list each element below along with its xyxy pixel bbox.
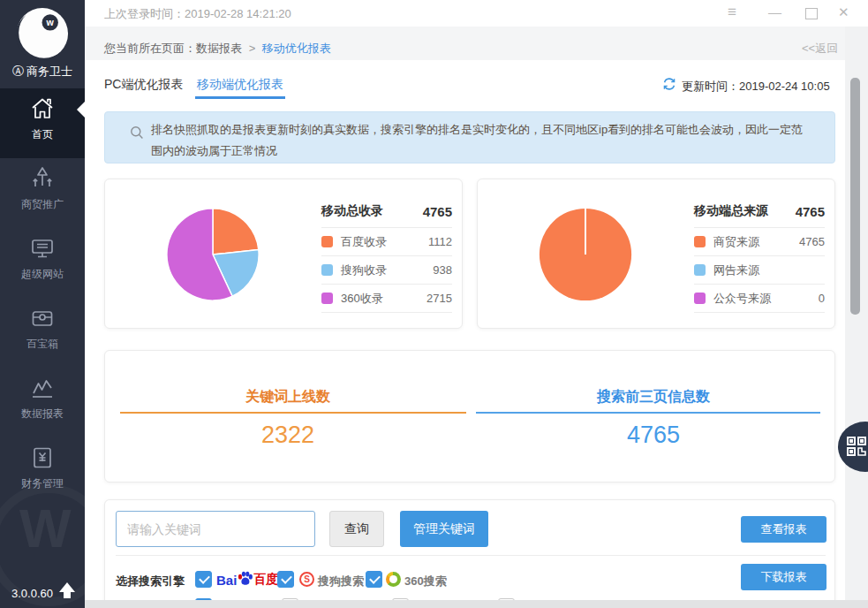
- toolbox-icon: [29, 305, 56, 331]
- update-arrow-stem: [64, 591, 71, 598]
- back-link[interactable]: <<返回: [802, 41, 838, 57]
- report-icon: [29, 375, 56, 401]
- legend-row: 商贸来源 4765: [694, 228, 825, 256]
- last-login-time: 上次登录时间：2019-02-28 14:21:20: [104, 6, 291, 22]
- watermark-letter: W: [19, 497, 72, 559]
- manage-keywords-button[interactable]: 管理关键词: [400, 511, 488, 547]
- sidebar-item-label: 超级网站: [0, 267, 85, 282]
- pie-legend: 移动端总来源 4765 商贸来源 4765 网告来源 公众号来源 0: [694, 195, 825, 313]
- s360-checkbox[interactable]: [366, 571, 382, 588]
- legend-row: 搜狗收录 938: [321, 256, 452, 285]
- swatch-ad: [694, 264, 706, 276]
- swatch-wechat: [694, 293, 706, 304]
- keyword-toolbar-card: 查询 管理关键词 查看报表 选择搜索引擎 Bai 百度 S 搜狗搜索 360搜: [104, 499, 835, 608]
- brand-name: Ⓐ商务卫士: [0, 64, 85, 80]
- sidebar-item-label: 百宝箱: [0, 337, 85, 352]
- refresh-icon[interactable]: [662, 77, 676, 91]
- notice-banner: 排名快照抓取的是报表更新时刻的真实数据，搜索引擎的排名是实时变化的，且不同地区i…: [104, 111, 835, 163]
- legend-title: 移动总收录: [321, 203, 383, 219]
- legend-header: 移动端总来源 4765: [694, 195, 825, 228]
- legend-total: 4765: [423, 204, 452, 219]
- view-report-button[interactable]: 查看报表: [741, 516, 826, 543]
- stat-value: 2322: [105, 422, 471, 449]
- home-icon: [29, 95, 56, 122]
- sidebar: w Ⓐ商务卫士 首页 商贸推广: [0, 0, 85, 608]
- legend-title: 移动端总来源: [694, 203, 768, 219]
- stat-underline: [476, 412, 820, 414]
- breadcrumb-prefix: 您当前所在页面：数据报表: [104, 42, 242, 55]
- update-time: 更新时间：2019-02-24 10:05: [682, 79, 830, 95]
- stat-keywords-online: 关键词上线数 2322: [105, 351, 471, 483]
- app-window: w Ⓐ商务卫士 首页 商贸推广: [0, 0, 868, 608]
- sogou-icon: S: [299, 572, 314, 587]
- promote-icon: [29, 165, 56, 192]
- breadcrumb-current: 移动优化报表: [262, 42, 331, 55]
- close-button[interactable]: ✕: [838, 4, 849, 21]
- sidebar-item-label: 首页: [0, 127, 85, 142]
- legend-row: 百度收录 1112: [321, 228, 452, 256]
- minimize-button[interactable]: —: [768, 4, 781, 21]
- stat-top3-pages: 搜索前三页信息数 4765: [471, 351, 836, 483]
- breadcrumb-band: 您当前所在页面：数据报表 > 移动优化报表 <<返回: [85, 27, 868, 60]
- sogou-label: 搜狗搜索: [318, 574, 364, 589]
- sidebar-item-home[interactable]: 首页: [0, 88, 85, 158]
- swatch-sogou: [321, 264, 333, 276]
- active-tab-underline: [195, 96, 285, 99]
- pie-chart-indexed: [161, 202, 265, 307]
- stat-title: 关键词上线数: [105, 388, 471, 407]
- tab-pc-report[interactable]: PC端优化报表: [104, 77, 183, 93]
- pie-legend: 移动总收录 4765 百度收录 1112 搜狗收录 938 360收录 2715: [321, 195, 452, 313]
- s360-icon: [386, 572, 401, 587]
- legend-row: 公众号来源 0: [694, 285, 825, 313]
- breadcrumb-separator: >: [249, 42, 256, 55]
- search-icon: [130, 125, 144, 140]
- menu-button[interactable]: ≡: [728, 4, 736, 21]
- sidebar-item-toolbox[interactable]: 百宝箱: [0, 298, 85, 368]
- engine-select-label: 选择搜索引擎: [116, 574, 185, 589]
- tab-mobile-report[interactable]: 移动端优化报表: [197, 77, 283, 93]
- stats-card: 关键词上线数 2322 搜索前三页信息数 4765: [104, 350, 835, 483]
- sidebar-item-label: 商贸推广: [0, 197, 85, 212]
- swatch-360: [321, 293, 333, 304]
- vertical-scrollbar-track[interactable]: [845, 27, 868, 600]
- maximize-button[interactable]: [805, 8, 818, 19]
- pie-chart-sources: [533, 202, 638, 307]
- legend-total: 4765: [796, 204, 825, 219]
- pie-card-indexed: 移动总收录 4765 百度收录 1112 搜狗收录 938 360收录 2715: [104, 179, 463, 329]
- notice-text: 排名快照抓取的是报表更新时刻的真实数据，搜索引擎的排名是实时变化的，且不同地区i…: [151, 119, 811, 162]
- legend-row: 360收录 2715: [321, 285, 452, 313]
- baidu-logo: Bai 百度: [216, 571, 278, 589]
- keyword-input[interactable]: [116, 511, 315, 547]
- app-logo-icon: w: [15, 6, 70, 61]
- finance-icon: [29, 445, 56, 471]
- baidu-checkbox[interactable]: [195, 571, 212, 588]
- active-notch: [77, 102, 85, 118]
- legend-row: 网告来源: [694, 256, 825, 285]
- sidebar-item-promote[interactable]: 商贸推广: [0, 158, 85, 228]
- brand-badge-icon: Ⓐ: [12, 65, 24, 78]
- legend-header: 移动总收录 4765: [321, 195, 452, 228]
- website-icon: [29, 235, 56, 262]
- query-button[interactable]: 查询: [329, 511, 384, 547]
- stat-underline: [120, 412, 466, 414]
- sidebar-item-reports[interactable]: 数据报表: [0, 368, 85, 437]
- breadcrumb: 您当前所在页面：数据报表 > 移动优化报表: [104, 41, 331, 57]
- title-bar: 上次登录时间：2019-02-28 14:21:20 ≡ — ✕: [85, 0, 868, 27]
- swatch-trade: [694, 236, 706, 247]
- stat-value: 4765: [471, 422, 836, 449]
- svg-text:w: w: [46, 17, 55, 27]
- download-report-button[interactable]: 下载报表: [741, 564, 826, 590]
- swatch-baidu: [321, 236, 333, 247]
- stat-title: 搜索前三页信息数: [471, 388, 836, 407]
- sogou-checkbox[interactable]: [277, 571, 294, 588]
- sidebar-item-website[interactable]: 超级网站: [0, 228, 85, 298]
- horizontal-scrollbar[interactable]: [85, 600, 868, 608]
- version-label: 3.0.0.60: [11, 587, 53, 600]
- divider: [116, 555, 826, 556]
- sidebar-item-label: 数据报表: [0, 407, 85, 422]
- vertical-scrollbar-thumb[interactable]: [850, 78, 860, 315]
- pie-card-sources: 移动端总来源 4765 商贸来源 4765 网告来源 公众号来源 0: [477, 179, 835, 329]
- baidu-paw-icon: [237, 571, 253, 589]
- s360-label: 360搜索: [404, 574, 447, 589]
